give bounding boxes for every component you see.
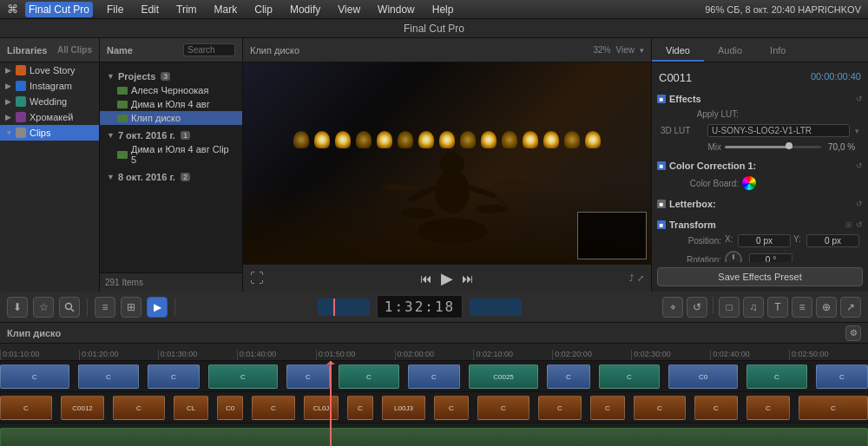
clip-v1-8[interactable]: C0025: [469, 364, 538, 389]
clip-v2-6[interactable]: C: [252, 396, 295, 420]
clip-v2-13[interactable]: C: [590, 396, 625, 420]
clip-v2-17[interactable]: C: [799, 396, 868, 420]
clip-v2-16[interactable]: C: [746, 396, 790, 420]
clip-v2-15[interactable]: C: [694, 396, 738, 420]
browser-item-alyesa[interactable]: Алеся Черноокая: [100, 83, 242, 97]
track-content-video2[interactable]: C C0012 C CL C0 C CL0J C L00J3 C C C C C…: [0, 392, 868, 423]
clip-v2-5[interactable]: C0: [217, 396, 243, 420]
menu-item-trim[interactable]: Trim: [173, 2, 201, 17]
clip-v1-6[interactable]: C: [339, 364, 399, 389]
tab-info[interactable]: Info: [756, 41, 799, 62]
menu-item-edit[interactable]: Edit: [137, 2, 162, 17]
viewer-content[interactable]: [243, 62, 651, 264]
trim-tool-button[interactable]: ↺: [687, 297, 707, 318]
rotation-dial[interactable]: [725, 251, 742, 262]
letterbox-toggle[interactable]: ■: [657, 200, 666, 208]
clip-v1-12[interactable]: C: [746, 364, 807, 389]
clip-v1-3[interactable]: C: [148, 364, 200, 389]
menu-item-mark[interactable]: Mark: [211, 2, 241, 17]
save-effects-button[interactable]: Save Effects Preset: [657, 267, 863, 286]
clip-v2-2[interactable]: C0012: [61, 396, 104, 420]
clip-v1-7[interactable]: C: [408, 364, 460, 389]
library-item-instagram[interactable]: ▶ Instagram: [0, 78, 99, 94]
timeline-settings-button[interactable]: ⚙: [845, 325, 861, 341]
clip-v1-11[interactable]: C0: [668, 364, 738, 389]
clip-v2-12[interactable]: C: [538, 396, 582, 420]
library-item-lovestory[interactable]: ▶ Love Story: [0, 62, 99, 78]
browser-section-date2[interactable]: ▼ 8 окт. 2016 г. 2: [100, 167, 242, 184]
transform-reset-icon[interactable]: ↺: [856, 220, 863, 229]
clip-v2-9[interactable]: L00J3: [382, 396, 425, 420]
transform-tool-button[interactable]: ⌖: [662, 297, 683, 318]
browser-section-date1[interactable]: ▼ 7 окт. 2016 г. 1: [100, 125, 242, 142]
effects-reset-icon[interactable]: ↺: [856, 95, 863, 103]
cc-toggle[interactable]: ■: [657, 161, 666, 170]
menu-item-view[interactable]: View: [334, 2, 364, 17]
menu-item-window[interactable]: Window: [374, 2, 418, 17]
color-correction-header[interactable]: ■ Color Correction 1: ↺: [657, 158, 863, 174]
skip-forward-button[interactable]: ⏭: [461, 272, 475, 285]
blade-button[interactable]: □: [719, 297, 740, 318]
audio-clip-1[interactable]: [0, 428, 868, 446]
clip-v2-1[interactable]: C: [0, 396, 52, 420]
x-value[interactable]: 0 px: [738, 234, 791, 247]
clip-v1-1[interactable]: C: [0, 364, 69, 389]
text-button[interactable]: T: [767, 297, 788, 318]
clip-v2-8[interactable]: C: [347, 396, 373, 420]
transform-toggle[interactable]: ■: [657, 220, 666, 229]
browser-item-dima[interactable]: Дима и Юля 4 авг: [100, 97, 242, 111]
grid-view-button[interactable]: ⊞: [121, 297, 141, 318]
library-item-chromakey[interactable]: ▶ Хромакей: [0, 109, 99, 125]
track-content-video1[interactable]: C C C C C C C C0025 C C C0 C C: [0, 361, 868, 391]
list-view-button[interactable]: ≡: [95, 297, 115, 318]
transform-header[interactable]: ■ Transform ⊞ ↺: [657, 217, 863, 233]
import-button[interactable]: ⬇: [7, 297, 28, 318]
rotation-value[interactable]: 0 °: [749, 253, 792, 263]
tab-audio[interactable]: Audio: [704, 41, 756, 62]
clip-v2-7[interactable]: CL0J: [304, 396, 339, 420]
all-clips-label[interactable]: All Clips: [57, 45, 92, 55]
lut-value[interactable]: U-SONY-S-LOG2-V1-LTR: [707, 124, 850, 137]
browser-item-clip5[interactable]: Дима и Юля 4 авг Clip 5: [100, 142, 242, 167]
transition-button[interactable]: ≡: [792, 297, 812, 318]
mix-slider[interactable]: [725, 146, 821, 148]
clip-v2-14[interactable]: C: [634, 396, 686, 420]
clip-v1-2[interactable]: C: [78, 364, 139, 389]
share-icon[interactable]: ⤴: [629, 273, 634, 283]
y-value[interactable]: 0 px: [806, 234, 859, 247]
clip-v1-10[interactable]: C: [599, 364, 660, 389]
fullscreen-icon[interactable]: ⛶: [250, 271, 264, 286]
menu-item-file[interactable]: File: [103, 2, 127, 17]
letterbox-header[interactable]: ■ Letterbox: ↺: [657, 196, 863, 212]
menu-item-modify[interactable]: Modify: [286, 2, 324, 17]
effects-toggle[interactable]: ■: [657, 95, 666, 103]
tab-video[interactable]: Video: [652, 41, 704, 62]
clip-v1-9[interactable]: C: [547, 364, 590, 389]
audio-button[interactable]: ♫: [743, 297, 764, 318]
letterbox-reset-icon[interactable]: ↺: [856, 200, 863, 208]
clip-v1-5[interactable]: C: [286, 364, 330, 389]
clip-view-button[interactable]: ▶: [147, 297, 168, 318]
clip-v1-13[interactable]: C: [816, 364, 868, 389]
generator-button[interactable]: ⊕: [816, 297, 837, 318]
lut-dropdown-icon[interactable]: ▾: [855, 127, 859, 135]
menu-item-clip[interactable]: Clip: [251, 2, 276, 17]
menu-item-help[interactable]: Help: [429, 2, 457, 17]
clip-v2-10[interactable]: C: [434, 396, 469, 420]
fullscreen-expand-icon[interactable]: ⤢: [637, 273, 644, 283]
view-dropdown-icon[interactable]: ▾: [640, 46, 644, 55]
clip-v2-11[interactable]: C: [477, 396, 529, 420]
favorites-button[interactable]: ☆: [33, 297, 54, 318]
play-button[interactable]: ▶: [440, 272, 454, 285]
share-button[interactable]: ↗: [840, 297, 861, 318]
track-content-audio1[interactable]: [0, 423, 868, 446]
effects-section-header[interactable]: ■ Effects ↺: [657, 91, 863, 107]
skip-back-button[interactable]: ⏮: [419, 272, 433, 285]
viewer-view-label[interactable]: View: [616, 45, 635, 55]
transform-grid-icon[interactable]: ⊞: [845, 220, 852, 229]
library-item-clips[interactable]: ▼ Clips: [0, 125, 99, 141]
menu-item-fcp[interactable]: Final Cut Pro: [25, 2, 93, 17]
browser-search-input[interactable]: [183, 43, 235, 56]
browser-item-klip[interactable]: Клип диско: [100, 111, 242, 125]
clip-v1-4[interactable]: C: [208, 364, 278, 389]
